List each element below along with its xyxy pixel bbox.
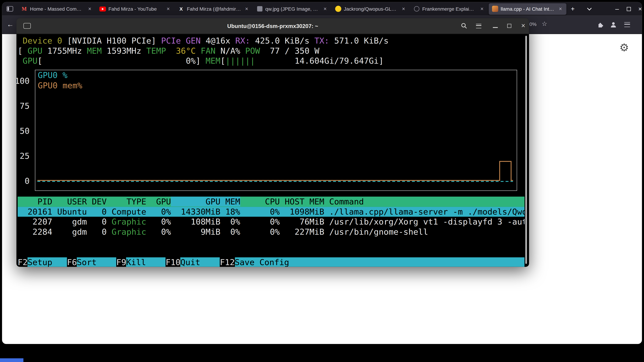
browser-close-button[interactable]: ×: [634, 3, 642, 14]
text-segment: GPU: [28, 46, 47, 56]
video-progress-bar[interactable]: [0, 358, 24, 362]
text-segment: 425.0 KiB/s: [255, 36, 314, 45]
process-rows: 20161 Ubuntu 0 Compute 0% 14330MiB 18% 0…: [18, 207, 524, 237]
process-table: PID USER DEV TYPE GPU GPU MEM CPU HOST M…: [18, 197, 524, 237]
text-segment: PID USER DEV TYPE GPU: [18, 197, 171, 206]
zoom-indicator[interactable]: 0%: [530, 21, 536, 27]
account-button[interactable]: [608, 20, 618, 29]
chart-legend: GPU0 % GPU0 mem%: [38, 70, 82, 90]
close-icon[interactable]: ×: [244, 6, 250, 12]
text-segment: 0% 9MiB 0% 0% 227MiB /usr/bin/gnome-shel…: [146, 227, 428, 237]
tab-frankenmerge[interactable]: Frankenmerge Explainer — … ×: [410, 3, 488, 15]
process-row[interactable]: 20161 Ubuntu 0 Compute 0% 14330MiB 18% 0…: [18, 207, 524, 217]
process-table-header: PID USER DEV TYPE GPU GPU MEM CPU HOST M…: [18, 197, 524, 207]
text-segment: 1593MHz: [107, 46, 146, 56]
terminal-scrollbar[interactable]: [525, 36, 527, 264]
tab-jpeg-image[interactable]: qw.jpg (JPEG Image, 612 × … ×: [254, 3, 331, 15]
llama-cpp-icon: [492, 6, 498, 12]
terminal-menu-button[interactable]: [474, 21, 483, 31]
fn-label[interactable]: Save Config: [235, 257, 524, 267]
process-row[interactable]: 2207 gdm 0 Graphic 0% 108MiB 0% 0% 76MiB…: [18, 217, 524, 227]
tab-youtube[interactable]: Fahd Mirza - YouTube ×: [96, 3, 174, 15]
utilization-chart: GPU0 % GPU0 mem%: [35, 70, 517, 191]
text-segment: 571.0 KiB/s: [334, 36, 389, 45]
chart-plot: [35, 70, 517, 190]
text-segment: GPU: [22, 56, 38, 65]
terminal-search-button[interactable]: [459, 21, 469, 31]
text-segment: 1755MHz: [48, 46, 87, 56]
tab-home-massed-compute[interactable]: M Home - Massed Compute ×: [18, 3, 96, 15]
close-icon[interactable]: ×: [400, 6, 406, 12]
puzzle-icon: [596, 21, 604, 28]
fn-label[interactable]: Sort: [77, 257, 116, 267]
terminal-minimize-button[interactable]: [490, 21, 500, 31]
terminal-close-button[interactable]: ×: [518, 21, 528, 31]
huggingface-icon: [335, 6, 341, 12]
terminal-maximize-button[interactable]: [504, 21, 514, 31]
tab-llama-cpp[interactable]: llama.cpp - AI Chat Inter… ×: [489, 3, 566, 15]
fn-label[interactable]: Kill: [126, 257, 166, 267]
clock-temp-power-line: [ GPU 1755MHz MEM 1593MHz TEMP 36°C FAN …: [18, 46, 389, 56]
text-segment: MEM: [206, 56, 220, 65]
legend-mem: GPU0 mem%: [38, 80, 82, 90]
text-segment: N/A%: [220, 46, 245, 56]
close-icon[interactable]: ×: [558, 6, 564, 12]
list-all-tabs-button[interactable]: [584, 3, 595, 14]
tab-title: Jackrong/Qwopus-GLM-…: [344, 6, 398, 12]
text-segment: 4@16x: [206, 36, 235, 45]
tab-title: Frankenmerge Explainer — …: [422, 6, 476, 12]
text-segment: Graphic: [112, 217, 146, 226]
extensions-button[interactable]: [595, 20, 605, 29]
text-segment: TX:: [314, 36, 334, 45]
x-icon: X: [178, 5, 184, 12]
minimize-icon: [493, 27, 498, 28]
text-segment: 2207 gdm 0: [18, 217, 112, 226]
new-tab-button[interactable]: +: [567, 3, 578, 14]
browser-minimize-button[interactable]: –: [612, 3, 623, 14]
y-tick-label: 50: [20, 126, 30, 136]
terminal-window: Ubuntu@0156-dsm-prxmx30207: ~ × Device 0…: [16, 18, 529, 267]
browser-maximize-button[interactable]: [623, 3, 634, 14]
maximize-icon: [626, 7, 630, 11]
text-segment: TEMP: [146, 46, 176, 56]
text-segment: MEM: [87, 46, 107, 56]
back-button[interactable]: ←: [4, 19, 16, 30]
tab-x-profile[interactable]: X Fahd Mirza (@fahdmirza… ×: [175, 3, 253, 15]
close-icon[interactable]: ×: [479, 6, 485, 12]
application-menu-button[interactable]: [622, 20, 632, 29]
process-row[interactable]: 2284 gdm 0 Graphic 0% 9MiB 0% 0% 227MiB …: [18, 227, 524, 237]
fn-key[interactable]: F2: [18, 257, 28, 267]
function-key-bar: F2SetupF6SortF9KillF10QuitF12Save Config: [18, 257, 524, 267]
fn-key[interactable]: F12: [220, 257, 235, 267]
fn-label[interactable]: Quit: [180, 257, 220, 267]
tab-huggingface[interactable]: Jackrong/Qwopus-GLM-… ×: [332, 3, 410, 15]
text-segment: POW: [245, 46, 270, 56]
close-icon[interactable]: ×: [86, 6, 93, 12]
terminal-title: Ubuntu@0156-dsm-prxmx30207: ~: [227, 23, 318, 29]
hamburger-icon: [624, 22, 630, 27]
fn-key[interactable]: F6: [67, 257, 77, 267]
tab-strip: M Home - Massed Compute × Fahd Mirza - Y…: [2, 2, 642, 15]
youtube-icon: [100, 6, 106, 11]
bookmark-star-icon[interactable]: ☆: [542, 20, 548, 27]
tab-title: llama.cpp - AI Chat Inter…: [501, 6, 555, 12]
text-segment: CPU HOST MEM Command: [240, 197, 364, 206]
fn-key[interactable]: F10: [166, 257, 180, 267]
massed-compute-icon: M: [21, 5, 28, 12]
person-icon: [610, 21, 617, 28]
search-icon: [461, 22, 468, 29]
y-tick-label: 0: [25, 176, 30, 186]
close-icon[interactable]: ×: [165, 6, 171, 12]
text-segment: 14.604Gi/79.647Gi]: [255, 56, 384, 65]
terminal-body: Device 0 [NVIDIA H100 PCIe] PCIe GEN 4@1…: [16, 34, 529, 267]
fn-label[interactable]: Setup: [28, 257, 67, 267]
settings-gear-icon[interactable]: ⚙: [619, 42, 629, 53]
terminal-headerbar[interactable]: Ubuntu@0156-dsm-prxmx30207: ~ ×: [16, 18, 529, 34]
terminal-new-tab-button[interactable]: [22, 21, 32, 31]
firefox-view-icon: [7, 6, 13, 11]
firefox-view-button[interactable]: [4, 3, 15, 14]
close-icon[interactable]: ×: [322, 6, 328, 12]
text-segment: 20161 Ubuntu 0 Compute 0% 14330MiB 18% 0…: [18, 207, 524, 217]
fn-key[interactable]: F9: [116, 257, 126, 267]
y-tick-label: 75: [20, 101, 30, 111]
